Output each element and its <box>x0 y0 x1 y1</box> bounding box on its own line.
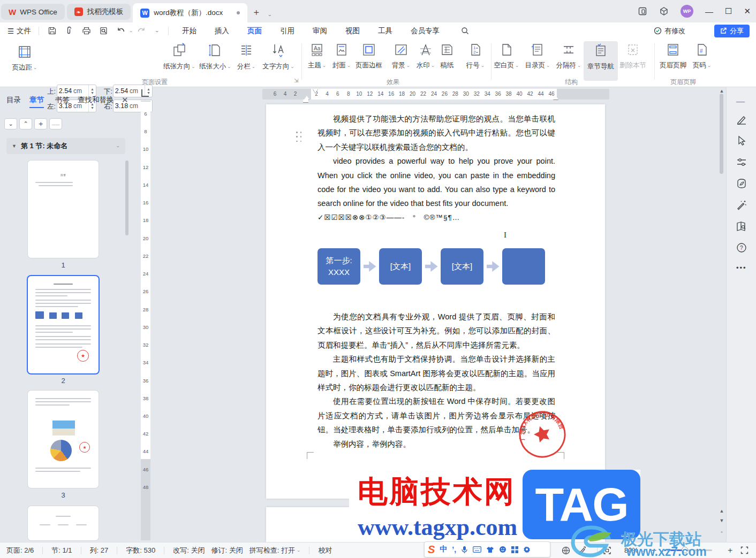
tab-insert[interactable]: 插入 <box>215 26 229 36</box>
app-center-cube-icon[interactable] <box>659 6 669 16</box>
undo-icon[interactable] <box>116 26 125 36</box>
print-preview-icon[interactable] <box>99 26 108 36</box>
previous-page-icon[interactable]: ▲ <box>718 508 725 514</box>
tab-view[interactable]: 视图 <box>345 26 360 36</box>
quick-access-chevron-icon[interactable]: ⌄ <box>155 28 160 33</box>
sidebar-scrollbar[interactable] <box>125 160 128 235</box>
sidebar-tab-find-replace[interactable]: 查找和替换 <box>78 95 114 105</box>
zoom-chevron-icon[interactable]: ⌄ <box>641 548 645 553</box>
docer-resources-icon[interactable] <box>736 178 747 189</box>
text-direction-button[interactable]: 文字方向⌄ <box>261 42 296 71</box>
sidebar-tab-sections[interactable]: 章节 <box>29 95 44 108</box>
smartart-step-2[interactable]: [文本] <box>379 248 422 285</box>
right-indent-marker[interactable] <box>553 96 558 100</box>
zoom-level-value[interactable]: 80% <box>624 546 638 554</box>
user-avatar[interactable]: WP <box>681 5 693 18</box>
zoom-in-button[interactable]: ＋ <box>726 545 734 555</box>
sogou-ime-bar[interactable]: S 中 ’, <box>424 541 550 557</box>
line-number-button[interactable]: 12 行号⌄ <box>458 42 493 70</box>
ime-punctuation-toggle[interactable]: ’, <box>452 545 456 554</box>
horizontal-ruler[interactable]: 642 246810121416182022242628303234363840… <box>262 89 609 100</box>
page-thumbnail-4[interactable] <box>28 506 99 540</box>
save-icon[interactable] <box>47 26 57 36</box>
close-button[interactable]: ✕ <box>744 6 751 16</box>
fullscreen-icon[interactable] <box>740 546 749 554</box>
device-sync-icon[interactable] <box>638 6 647 16</box>
blank-page-button[interactable]: 空白页⌄ <box>489 42 524 70</box>
minimize-button[interactable]: — <box>705 7 713 16</box>
modified-status[interactable]: 有修改 <box>654 26 685 36</box>
next-page-icon[interactable]: ▼ <box>718 518 725 523</box>
ime-settings-icon[interactable] <box>523 546 531 553</box>
zoom-slider-handle[interactable] <box>682 547 688 553</box>
sidebar-tab-toc[interactable]: 目录 <box>6 95 21 105</box>
collapse-handle-icon[interactable]: — <box>736 97 747 108</box>
ime-keyboard-icon[interactable] <box>473 546 481 553</box>
export-pdf-icon[interactable] <box>64 26 74 36</box>
search-icon[interactable] <box>460 26 470 36</box>
ink-pen-icon[interactable] <box>578 546 586 555</box>
more-options-icon[interactable]: ••• <box>736 264 747 274</box>
page-thumbnail-3[interactable]: ★ <box>28 391 99 488</box>
first-line-indent-marker[interactable] <box>313 89 318 93</box>
search-book-icon[interactable] <box>736 221 747 232</box>
tab-member[interactable]: 会员专享 <box>411 26 440 36</box>
collapse-triangle-icon[interactable]: ▼ <box>12 143 17 149</box>
status-word-count[interactable]: 字数: 530 <box>126 546 155 555</box>
page-thumbnail-2-selected[interactable]: ★ <box>28 276 99 373</box>
toc-page-button[interactable]: 目录页⌄ <box>520 42 555 70</box>
tab-wps-home[interactable]: W WPS Office <box>1 4 65 20</box>
section-prev-button[interactable]: ⌄ <box>4 118 17 129</box>
sogou-logo-icon[interactable]: S <box>428 544 435 556</box>
page-number-button[interactable]: # 页码⌄ <box>688 42 716 70</box>
status-section-indicator[interactable]: 节: 1/1 <box>51 546 72 555</box>
section-next-button[interactable]: ⌃ <box>19 118 32 129</box>
smartart-step-3[interactable]: [文本] <box>441 248 483 285</box>
document-text-block-1[interactable]: 视频提供了功能强大的方法帮助您证明您的观点。当您单击联机视频时，可以在想要添加的… <box>317 112 555 225</box>
group-expand-icon[interactable]: ⇲ <box>294 78 298 83</box>
zoom-slider[interactable] <box>664 549 712 551</box>
status-spellcheck-toggle[interactable]: 拼写检查: 打开⌄ <box>250 546 301 555</box>
ime-skin-icon[interactable] <box>486 546 494 553</box>
vertical-scrollbar-thumb[interactable] <box>720 94 723 174</box>
paragraph-drag-handle[interactable] <box>296 132 303 143</box>
section-break-button[interactable]: 分隔符⌄ <box>551 42 586 70</box>
hanging-indent-marker[interactable] <box>304 96 309 100</box>
smartart-process-diagram[interactable]: 第一步: XXXX [文本] [文本] <box>317 248 555 285</box>
ime-lang-toggle[interactable]: 中 <box>440 545 447 554</box>
help-icon[interactable]: ? <box>736 242 747 253</box>
status-page-indicator[interactable]: 页面: 2/6 <box>6 546 34 555</box>
tab-document[interactable]: W word教程（新）.docx <box>133 3 247 22</box>
print-icon[interactable] <box>81 26 91 36</box>
smartart-step-4[interactable] <box>502 248 545 285</box>
columns-button[interactable]: 分栏⌄ <box>231 42 261 71</box>
select-browse-object-icon[interactable]: ◦ <box>718 529 725 535</box>
status-track-changes-toggle[interactable]: 修订: 关闭 <box>211 546 243 555</box>
status-overwrite-toggle[interactable]: 改写: 关闭 <box>173 546 205 555</box>
tab-home[interactable]: 开始 <box>182 26 196 36</box>
adjust-sliders-icon[interactable] <box>736 157 747 167</box>
sidebar-close-icon[interactable]: ✕ <box>122 95 128 105</box>
fit-page-icon[interactable] <box>603 546 611 555</box>
section-navigation-button[interactable]: 章节导航 <box>584 41 618 81</box>
undo-chevron-icon[interactable]: ⌄ <box>129 29 133 33</box>
edit-pen-icon[interactable] <box>736 114 747 125</box>
header-footer-button[interactable]: 页眉页脚 <box>655 42 691 70</box>
paper-size-button[interactable]: 纸张大小⌄ <box>198 42 232 71</box>
page-margins-button[interactable]: 页边距⌄ <box>7 44 42 72</box>
zoom-out-button[interactable]: − <box>652 546 656 555</box>
tab-reference[interactable]: 引用 <box>280 26 294 36</box>
maximize-button[interactable]: ☐ <box>725 6 732 16</box>
magic-wand-icon[interactable] <box>736 200 747 210</box>
tab-selector-icon[interactable] <box>141 89 149 97</box>
tab-page[interactable]: 页面 <box>247 26 262 36</box>
paper-orientation-button[interactable]: 纸张方向⌄ <box>162 42 196 71</box>
select-cursor-icon[interactable] <box>736 135 747 146</box>
section-header-row[interactable]: ▼ 第 1 节: 未命名 ⌄ <box>6 138 125 154</box>
status-column-indicator[interactable]: 列: 27 <box>90 546 109 555</box>
page-border-button[interactable]: 页面边框 <box>351 42 387 70</box>
scroll-up-icon[interactable]: ▲ <box>718 88 725 94</box>
sidebar-tab-bookmarks[interactable]: 书签 <box>55 95 70 105</box>
ime-mic-icon[interactable] <box>461 546 468 554</box>
tab-docer-templates[interactable]: ❧ 找稻壳模板 <box>67 4 131 20</box>
